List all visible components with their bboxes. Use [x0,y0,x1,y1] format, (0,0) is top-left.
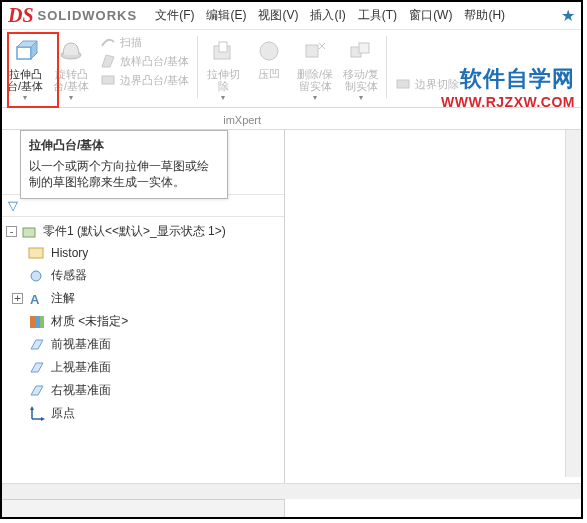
menu-view[interactable]: 视图(V) [258,7,298,24]
menu-bar: DS SOLIDWORKS 文件(F) 编辑(E) 视图(V) 插入(I) 工具… [2,2,581,30]
sensor-icon [28,268,46,284]
svg-rect-5 [102,76,114,84]
tree-annotation[interactable]: + A 注解 [28,287,280,310]
tree-top-label: 上视基准面 [51,359,111,376]
separator [386,36,387,98]
menu-edit[interactable]: 编辑(E) [206,7,246,24]
app-logo: DS SOLIDWORKS [8,4,137,27]
svg-marker-23 [31,363,43,372]
menu-insert[interactable]: 插入(I) [310,7,345,24]
svg-rect-19 [30,316,35,328]
delete-keep-label: 删除/保 留实体 [297,68,333,92]
tree-sensor[interactable]: 传感器 [28,264,280,287]
expand-icon[interactable]: + [12,293,23,304]
move-copy-button[interactable]: 移动/复 制实体 ▾ [338,30,384,104]
tab-hidden-3[interactable] [84,111,99,129]
svg-rect-15 [23,228,35,237]
ribbon: 拉伸凸 台/基体 ▾ 旋转凸 台/基体 ▾ 扫描 放样凸台/基体 边界凸台/基体… [2,30,581,108]
boundary-button[interactable]: 边界凸台/基体 [100,72,189,88]
boundary-cut-label: 边界切除 [415,77,459,92]
dropdown-arrow-icon: ▾ [359,93,363,102]
menu-help[interactable]: 帮助(H) [464,7,505,24]
extrude-label: 拉伸凸 台/基体 [7,68,43,92]
svg-rect-21 [40,316,44,328]
tree-sensor-label: 传感器 [51,267,87,284]
menu-file[interactable]: 文件(F) [155,7,194,24]
svg-marker-28 [41,417,45,421]
svg-marker-24 [31,386,43,395]
extrude-boss-button[interactable]: 拉伸凸 台/基体 ▾ [2,30,48,104]
menu-tools[interactable]: 工具(T) [358,7,397,24]
delete-keep-icon [300,36,330,66]
loft-label: 放样凸台/基体 [120,54,189,69]
loft-icon [100,53,116,69]
revolve-icon [56,36,86,66]
svg-rect-20 [35,316,40,328]
tree-annotation-label: 注解 [51,290,75,307]
plane-icon [28,360,46,376]
tree-front-plane[interactable]: 前视基准面 [28,333,280,356]
press-label: 压凹 [258,68,280,80]
svg-marker-22 [31,340,43,349]
svg-rect-7 [219,42,227,52]
material-icon [28,314,46,330]
tree-root[interactable]: - 零件1 (默认<<默认>_显示状态 1>) [6,221,280,242]
tree-origin[interactable]: 原点 [28,402,280,425]
svg-marker-27 [30,406,34,410]
boundary-cut-icon [395,76,411,92]
tree-root-label: 零件1 (默认<<默认>_显示状态 1>) [43,223,226,240]
collapse-icon[interactable]: - [6,226,17,237]
tab-simxpert[interactable]: imXpert [217,111,267,129]
svg-rect-16 [29,248,43,258]
separator [197,36,198,98]
tree-material[interactable]: 材质 <未指定> [28,310,280,333]
tree-front-label: 前视基准面 [51,336,111,353]
feature-tree: - 零件1 (默认<<默认>_显示状态 1>) History 传感器 + [2,217,284,425]
tree-right-plane[interactable]: 右视基准面 [28,379,280,402]
extrude-cut-label: 拉伸切 除 [207,68,240,92]
svg-rect-0 [17,47,31,59]
part-icon [21,224,39,240]
svg-text:A: A [30,292,40,307]
svg-rect-14 [397,80,409,88]
sweep-button[interactable]: 扫描 [100,34,189,50]
delete-keep-button[interactable]: 删除/保 留实体 ▾ [292,30,338,104]
origin-icon [28,406,46,422]
dropdown-arrow-icon: ▾ [23,93,27,102]
tree-top-plane[interactable]: 上视基准面 [28,356,280,379]
menu-window[interactable]: 窗口(W) [409,7,452,24]
tab-hidden-1[interactable] [10,111,25,129]
press-button[interactable]: 压凹 [246,30,292,82]
dropdown-arrow-icon: ▾ [313,93,317,102]
logo-text: SOLIDWORKS [38,8,138,23]
tooltip: 拉伸凸台/基体 以一个或两个方向拉伸一草图或绘制的草图轮廓来生成一实体。 [20,130,228,199]
revolve-label: 旋转凸 台/基体 [53,68,89,92]
tab-hidden-2[interactable] [47,111,62,129]
loft-button[interactable]: 放样凸台/基体 [100,53,189,69]
scrollbar-vertical[interactable] [565,130,581,477]
ribbon-column-2: 边界切除 [389,30,465,92]
revolve-boss-button[interactable]: 旋转凸 台/基体 ▾ [48,30,94,104]
tree-right-label: 右视基准面 [51,382,111,399]
boundary-cut-button[interactable]: 边界切除 [395,76,459,92]
press-icon [254,36,284,66]
extrude-cut-button[interactable]: 拉伸切 除 ▾ [200,30,246,104]
svg-point-8 [260,42,278,60]
star-icon[interactable]: ★ [561,6,575,25]
menu-list: 文件(F) 编辑(E) 视图(V) 插入(I) 工具(T) 窗口(W) 帮助(H… [155,7,505,24]
dropdown-arrow-icon: ▾ [69,93,73,102]
scrollbar-horizontal[interactable] [2,483,581,499]
boundary-label: 边界凸台/基体 [120,73,189,88]
svg-rect-9 [306,45,318,57]
move-copy-icon [346,36,376,66]
boundary-icon [100,72,116,88]
tree-history-label: History [51,246,88,260]
plane-icon [28,383,46,399]
plane-icon [28,337,46,353]
tree-material-label: 材质 <未指定> [51,313,128,330]
tree-history[interactable]: History [28,242,280,264]
bottom-tab-area [2,499,285,517]
extrude-icon [10,36,40,66]
svg-marker-4 [102,55,114,67]
tab-strip: imXpert [2,108,581,130]
